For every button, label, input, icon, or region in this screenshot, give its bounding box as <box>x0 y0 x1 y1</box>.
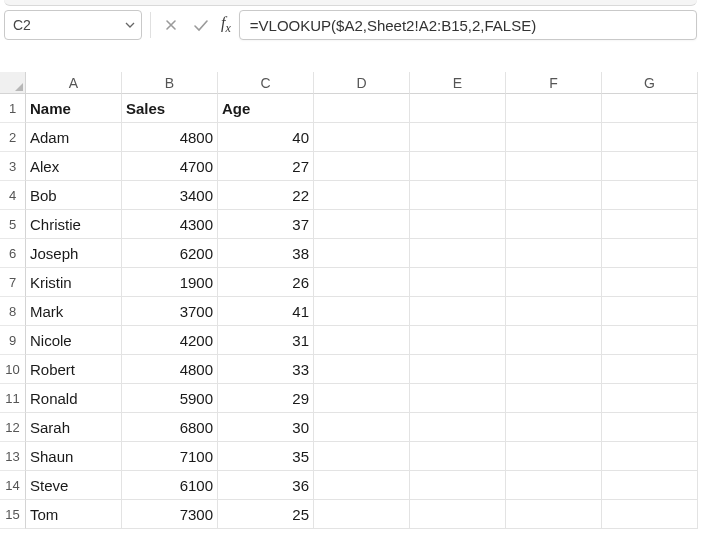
cell-A6[interactable]: Joseph <box>26 239 122 268</box>
cell-F6[interactable] <box>506 239 602 268</box>
cell-E5[interactable] <box>410 210 506 239</box>
enter-icon[interactable] <box>189 13 213 37</box>
cell-C13[interactable]: 35 <box>218 442 314 471</box>
cell-B5[interactable]: 4300 <box>122 210 218 239</box>
cell-E7[interactable] <box>410 268 506 297</box>
cell-B4[interactable]: 3400 <box>122 181 218 210</box>
cell-G5[interactable] <box>602 210 698 239</box>
cell-D12[interactable] <box>314 413 410 442</box>
cell-F4[interactable] <box>506 181 602 210</box>
cell-A14[interactable]: Steve <box>26 471 122 500</box>
cell-F11[interactable] <box>506 384 602 413</box>
cell-E1[interactable] <box>410 94 506 123</box>
cell-C8[interactable]: 41 <box>218 297 314 326</box>
row-header[interactable]: 11 <box>0 384 26 413</box>
row-header[interactable]: 15 <box>0 500 26 529</box>
cell-D2[interactable] <box>314 123 410 152</box>
cell-G15[interactable] <box>602 500 698 529</box>
cell-C9[interactable]: 31 <box>218 326 314 355</box>
cell-A5[interactable]: Christie <box>26 210 122 239</box>
cell-A2[interactable]: Adam <box>26 123 122 152</box>
cell-B8[interactable]: 3700 <box>122 297 218 326</box>
cell-B3[interactable]: 4700 <box>122 152 218 181</box>
row-header[interactable]: 14 <box>0 471 26 500</box>
cell-D3[interactable] <box>314 152 410 181</box>
cell-F14[interactable] <box>506 471 602 500</box>
cell-D5[interactable] <box>314 210 410 239</box>
cell-F2[interactable] <box>506 123 602 152</box>
cell-A13[interactable]: Shaun <box>26 442 122 471</box>
row-header[interactable]: 2 <box>0 123 26 152</box>
cell-C3[interactable]: 27 <box>218 152 314 181</box>
row-header[interactable]: 9 <box>0 326 26 355</box>
cell-A7[interactable]: Kristin <box>26 268 122 297</box>
cell-E8[interactable] <box>410 297 506 326</box>
cell-F9[interactable] <box>506 326 602 355</box>
cell-A3[interactable]: Alex <box>26 152 122 181</box>
cell-E3[interactable] <box>410 152 506 181</box>
cell-B13[interactable]: 7100 <box>122 442 218 471</box>
cell-D11[interactable] <box>314 384 410 413</box>
cell-C10[interactable]: 33 <box>218 355 314 384</box>
cell-D1[interactable] <box>314 94 410 123</box>
col-header-D[interactable]: D <box>314 72 410 94</box>
cell-D8[interactable] <box>314 297 410 326</box>
cell-E9[interactable] <box>410 326 506 355</box>
cell-D10[interactable] <box>314 355 410 384</box>
cell-E10[interactable] <box>410 355 506 384</box>
cell-B11[interactable]: 5900 <box>122 384 218 413</box>
select-all-corner[interactable] <box>0 72 26 94</box>
cell-G9[interactable] <box>602 326 698 355</box>
cell-A1[interactable]: Name <box>26 94 122 123</box>
cell-B1[interactable]: Sales <box>122 94 218 123</box>
cell-F5[interactable] <box>506 210 602 239</box>
cell-A10[interactable]: Robert <box>26 355 122 384</box>
cell-G1[interactable] <box>602 94 698 123</box>
cell-G8[interactable] <box>602 297 698 326</box>
cell-G12[interactable] <box>602 413 698 442</box>
cell-E13[interactable] <box>410 442 506 471</box>
row-header[interactable]: 8 <box>0 297 26 326</box>
col-header-E[interactable]: E <box>410 72 506 94</box>
cell-F15[interactable] <box>506 500 602 529</box>
fx-icon[interactable]: fx <box>219 14 233 36</box>
cell-B15[interactable]: 7300 <box>122 500 218 529</box>
cell-D9[interactable] <box>314 326 410 355</box>
cell-G3[interactable] <box>602 152 698 181</box>
cell-E12[interactable] <box>410 413 506 442</box>
col-header-A[interactable]: A <box>26 72 122 94</box>
cell-E14[interactable] <box>410 471 506 500</box>
cell-F3[interactable] <box>506 152 602 181</box>
chevron-down-icon[interactable] <box>125 20 135 30</box>
cell-G2[interactable] <box>602 123 698 152</box>
cell-G13[interactable] <box>602 442 698 471</box>
cell-C11[interactable]: 29 <box>218 384 314 413</box>
cell-B12[interactable]: 6800 <box>122 413 218 442</box>
cell-F8[interactable] <box>506 297 602 326</box>
cell-G7[interactable] <box>602 268 698 297</box>
cell-A4[interactable]: Bob <box>26 181 122 210</box>
cell-D14[interactable] <box>314 471 410 500</box>
cell-E6[interactable] <box>410 239 506 268</box>
row-header[interactable]: 7 <box>0 268 26 297</box>
cell-B6[interactable]: 6200 <box>122 239 218 268</box>
cell-B7[interactable]: 1900 <box>122 268 218 297</box>
cell-G10[interactable] <box>602 355 698 384</box>
cancel-icon[interactable] <box>159 13 183 37</box>
cell-F1[interactable] <box>506 94 602 123</box>
cell-A11[interactable]: Ronald <box>26 384 122 413</box>
cell-A8[interactable]: Mark <box>26 297 122 326</box>
cell-C2[interactable]: 40 <box>218 123 314 152</box>
cell-E4[interactable] <box>410 181 506 210</box>
cell-C7[interactable]: 26 <box>218 268 314 297</box>
cell-C1[interactable]: Age <box>218 94 314 123</box>
cell-D15[interactable] <box>314 500 410 529</box>
name-box[interactable]: C2 <box>4 10 142 40</box>
row-header[interactable]: 1 <box>0 94 26 123</box>
cell-C12[interactable]: 30 <box>218 413 314 442</box>
cell-B14[interactable]: 6100 <box>122 471 218 500</box>
cell-B2[interactable]: 4800 <box>122 123 218 152</box>
row-header[interactable]: 10 <box>0 355 26 384</box>
cell-A12[interactable]: Sarah <box>26 413 122 442</box>
row-header[interactable]: 12 <box>0 413 26 442</box>
